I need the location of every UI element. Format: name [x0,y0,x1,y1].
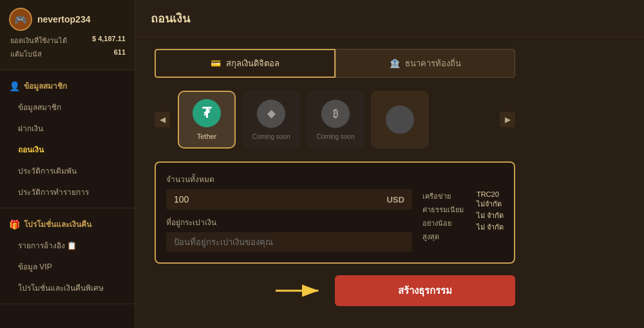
promotions-section: 🎁 โปรโมชั่นและเงินคืน รายการอ้างอิง 📋 ข้… [0,208,135,304]
max-title: สูงสุด [422,231,464,242]
fee-value: ไม่จำกัด [477,198,504,210]
promo-icon: 🎁 [9,219,20,230]
main-content: ถอนเงิน 💳 สกุลเงินดิจิตอล 🏦 ธนาคารท้องถิ… [135,0,644,328]
page-title: ถอนเงิน [151,9,629,28]
network-values: TRC20 ไม่จำกัด ไม่ จำกัด ไม่ จำกัด [477,190,504,244]
balance-value: $ 4,187.11 [92,35,126,46]
sidebar: 🎮 nevertop234 ยอดเงินที่ใช้งานได้ $ 4,18… [0,0,135,328]
min-title: อย่างน้อย [422,217,464,229]
crypto-selector: ◀ ₮ Tether ◆ Coming soon ₿ Coming soo [155,91,515,149]
amount-input[interactable] [166,189,379,210]
next-crypto-button[interactable]: ▶ [500,112,515,127]
tether-icon: ₮ [193,99,221,127]
withdraw-form: จำนวนทั้งหมด USD ที่อยู่กระเปาเงิน เครือ… [155,161,515,264]
sidebar-header: 🎮 nevertop234 ยอดเงินที่ใช้งานได้ $ 4,18… [0,0,135,70]
member-section: 👤 ข้อมูลสมาชิก ข้อมูลสมาชิก ฝากเงิน ถอนเ… [0,70,135,208]
crypto-cards: ₮ Tether ◆ Coming soon ₿ Coming soon [178,91,492,149]
sidebar-item-transaction-history[interactable]: ประวัติการทำรายการ [0,181,135,203]
promotions-section-header[interactable]: 🎁 โปรโมชั่นและเงินคืน [0,214,135,235]
crypto-card-btc[interactable]: ₿ Coming soon [307,91,365,149]
bank-tab-label: ธนาคารท้องถิ่น [405,57,461,70]
bnb-icon: ◆ [257,100,285,128]
crypto-card-bnb[interactable]: ◆ Coming soon [242,91,300,149]
network-value: TRC20 [477,190,504,198]
main-header: ถอนเงิน [135,0,644,37]
digital-tab-label: สกุลเงินดิจิตอล [226,57,279,70]
main-body: 💳 สกุลเงินดิจิตอล 🏦 ธนาคารท้องถิ่น ◀ ₮ T… [135,37,644,328]
username: nevertop234 [37,14,90,24]
sidebar-item-withdraw[interactable]: ถอนเงิน [0,139,135,160]
sidebar-item-vip[interactable]: ข้อมูล VIP [0,256,135,277]
bank-tab-icon: 🏦 [390,59,400,68]
promotions-section-label: โปรโมชั่นและเงินคืน [24,218,91,230]
sidebar-item-deposit-history[interactable]: ประวัติการเดิมพัน [0,160,135,181]
submit-button[interactable]: สร้างธุรกรรม [335,275,515,306]
member-section-header[interactable]: 👤 ข้อมูลสมาชิก [0,75,135,96]
crypto-card-empty[interactable] [371,91,429,149]
network-title: เครือข่าย [422,190,464,202]
bnb-label: Coming soon [252,133,290,140]
tether-label: Tether [197,132,217,140]
sidebar-item-deposit[interactable]: ฝากเงิน [0,118,135,139]
balance-row: ยอดเงินที่ใช้งานได้ $ 4,187.11 [9,35,126,46]
member-section-label: ข้อมูลสมาชิก [24,80,67,92]
bonus-label: แต้มโบนัส [10,48,42,60]
bonus-value: 611 [114,48,126,60]
currency-label: USD [379,189,412,210]
total-label: จำนวนทั้งหมด [166,173,504,185]
arrow-indicator [273,281,325,300]
wallet-label: ที่อยู่กระเปาเงิน [166,216,412,228]
limit-value: ไม่ จำกัด [477,210,504,221]
network-info: เครือข่าย ค่าธรรมเนียม อย่างน้อย สูงสุด [422,190,464,244]
digital-tab-icon: 💳 [211,59,221,68]
tab-digital[interactable]: 💳 สกุลเงินดิจิตอล [155,49,336,78]
bonus-row: แต้มโบนัส 611 [9,48,126,60]
user-profile: 🎮 nevertop234 [9,8,126,31]
sidebar-item-special-promo[interactable]: โปรโมชั่นและเงินคืนพิเศษ [0,277,135,298]
sidebar-item-member-data[interactable]: ข้อมูลสมาชิก [0,96,135,118]
prev-crypto-button[interactable]: ◀ [155,112,170,127]
amount-input-group: USD [166,189,412,210]
crypto-card-tether[interactable]: ₮ Tether [178,91,236,149]
wallet-input[interactable] [166,232,412,252]
empty-icon [386,105,414,134]
payment-tabs: 💳 สกุลเงินดิจิตอล 🏦 ธนาคารท้องถิ่น [155,49,515,78]
sidebar-item-reference[interactable]: รายการอ้างอิง 📋 [0,235,135,256]
fee-title: ค่าธรรมเนียม [422,204,464,215]
tab-bank[interactable]: 🏦 ธนาคารท้องถิ่น [336,49,515,78]
member-icon: 👤 [9,81,20,91]
btc-label: Coming soon [317,133,355,140]
action-row: สร้างธุรกรรม [155,275,515,306]
avatar: 🎮 [9,8,32,31]
limit-value2: ไม่ จำกัด [477,221,504,233]
arrow-icon [273,281,325,300]
btc-icon: ₿ [321,100,350,128]
balance-label: ยอดเงินที่ใช้งานได้ [10,35,67,46]
